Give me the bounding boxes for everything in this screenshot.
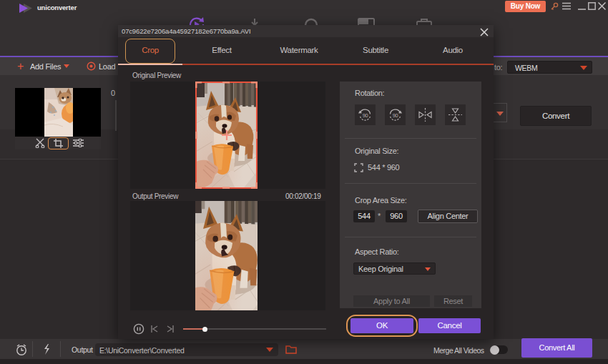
svg-text:90: 90 [363, 112, 368, 119]
svg-text:90: 90 [393, 112, 398, 119]
